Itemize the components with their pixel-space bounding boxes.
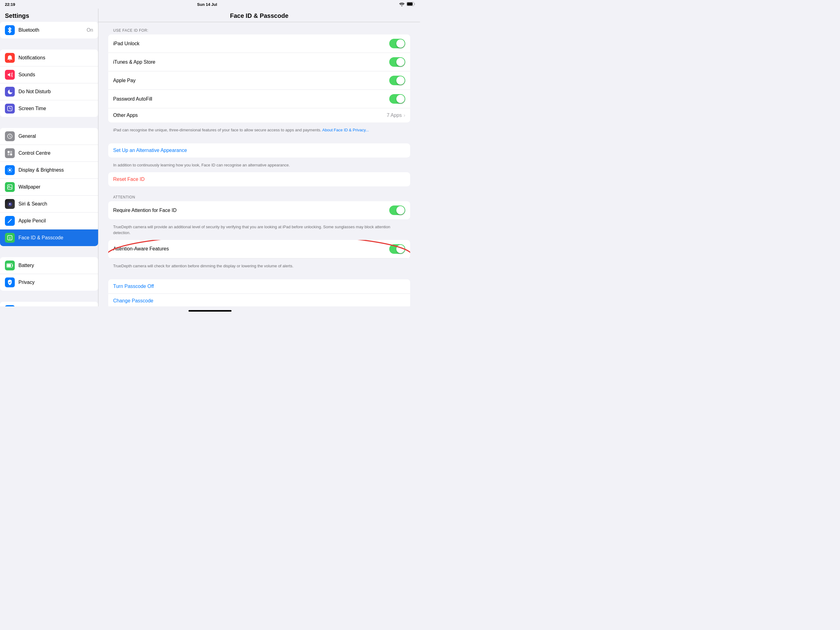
attention-aware-description: TrueDepth camera will check for attentio… bbox=[108, 261, 410, 273]
svg-rect-7 bbox=[10, 154, 12, 156]
dnd-icon bbox=[5, 87, 15, 97]
setup-alternative-description: In addition to continuously learning how… bbox=[108, 160, 410, 172]
reset-face-id-group: Reset Face ID bbox=[108, 172, 410, 187]
right-panel-header: Face ID & Passcode bbox=[98, 9, 420, 22]
battery-sidebar-icon bbox=[5, 261, 15, 271]
svg-rect-9 bbox=[8, 185, 12, 190]
sidebar-item-bluetooth[interactable]: Bluetooth On bbox=[0, 22, 98, 38]
sidebar-item-face-id[interactable]: Face ID & Passcode bbox=[0, 230, 98, 246]
wallpaper-label: Wallpaper bbox=[19, 184, 93, 190]
sidebar-section-battery: Battery Privacy bbox=[0, 257, 98, 291]
ipad-unlock-toggle[interactable] bbox=[389, 39, 405, 48]
sidebar-item-sounds[interactable]: Sounds bbox=[0, 66, 98, 83]
privacy-icon bbox=[5, 277, 15, 287]
sidebar-section-general: General Control Centre bbox=[0, 128, 98, 246]
attention-label: ATTENTION bbox=[108, 195, 410, 201]
sidebar-item-itunes[interactable]: iTunes & App Store bbox=[0, 302, 98, 306]
svg-point-8 bbox=[9, 169, 11, 171]
sidebar-item-battery[interactable]: Battery bbox=[0, 257, 98, 274]
svg-rect-4 bbox=[8, 151, 10, 153]
attention-description: TrueDepth camera will provide an additio… bbox=[108, 222, 410, 240]
bluetooth-label: Bluetooth bbox=[19, 27, 87, 33]
general-icon bbox=[5, 131, 15, 141]
sidebar-title: Settings bbox=[0, 9, 98, 22]
siri-label: Siri & Search bbox=[19, 201, 93, 207]
privacy-label: Privacy bbox=[19, 280, 93, 285]
screentime-label: Screen Time bbox=[19, 106, 93, 111]
siri-icon bbox=[5, 199, 15, 209]
sidebar-item-control-centre[interactable]: Control Centre bbox=[0, 145, 98, 162]
notifications-icon bbox=[5, 53, 15, 63]
sidebar-item-screentime[interactable]: Screen Time bbox=[0, 100, 98, 117]
change-passcode-row[interactable]: Change Passcode bbox=[108, 294, 410, 306]
appstore-icon bbox=[5, 305, 15, 306]
status-icons bbox=[399, 2, 415, 7]
right-panel: Face ID & Passcode USE FACE ID FOR: iPad… bbox=[98, 9, 420, 306]
row-password-autofill: Password AutoFill bbox=[108, 90, 410, 108]
apple-pay-label: Apple Pay bbox=[113, 78, 389, 83]
other-apps-value: 7 Apps bbox=[387, 112, 402, 118]
itunes-appstore-label: iTunes & App Store bbox=[113, 59, 389, 65]
face-id-icon bbox=[5, 233, 15, 243]
face-id-description: iPad can recognise the unique, three-dim… bbox=[108, 125, 410, 137]
row-attention-aware: Attention-Aware Features bbox=[108, 240, 410, 258]
svg-rect-14 bbox=[7, 264, 11, 267]
sidebar-item-privacy[interactable]: Privacy bbox=[0, 274, 98, 291]
other-apps-label: Other Apps bbox=[113, 112, 387, 118]
control-centre-label: Control Centre bbox=[19, 150, 93, 156]
face-id-privacy-link[interactable]: About Face ID & Privacy... bbox=[322, 128, 369, 132]
itunes-appstore-toggle[interactable] bbox=[389, 57, 405, 67]
separator-2 bbox=[0, 119, 98, 128]
separator-4 bbox=[0, 293, 98, 302]
require-attention-label: Require Attention for Face ID bbox=[113, 207, 389, 213]
password-autofill-label: Password AutoFill bbox=[113, 96, 389, 102]
sidebar-item-display[interactable]: Display & Brightness bbox=[0, 162, 98, 179]
alternative-appearance-group: Set Up an Alternative Appearance bbox=[108, 143, 410, 157]
other-apps-chevron: › bbox=[404, 112, 405, 118]
apple-pay-toggle[interactable] bbox=[389, 76, 405, 85]
sidebar-section-notifications: Notifications Sounds Do bbox=[0, 49, 98, 117]
password-autofill-toggle[interactable] bbox=[389, 94, 405, 104]
passcode-group: Turn Passcode Off Change Passcode bbox=[108, 279, 410, 306]
sidebar-item-general[interactable]: General bbox=[0, 128, 98, 145]
attention-aware-group: Attention-Aware Features bbox=[108, 240, 410, 258]
sidebar-section-store: iTunes & App Store Wallet & Apple Pay bbox=[0, 302, 98, 306]
pencil-icon bbox=[5, 216, 15, 226]
bluetooth-icon bbox=[5, 25, 15, 35]
home-bar bbox=[188, 310, 232, 312]
bluetooth-value: On bbox=[87, 27, 93, 33]
face-id-label: Face ID & Passcode bbox=[19, 235, 93, 241]
pencil-label: Apple Pencil bbox=[19, 218, 93, 224]
ipad-unlock-label: iPad Unlock bbox=[113, 41, 389, 46]
sidebar: Settings Bluetooth On bbox=[0, 9, 98, 306]
main-layout: Settings Bluetooth On bbox=[0, 9, 420, 306]
sidebar-item-siri[interactable]: Siri & Search bbox=[0, 196, 98, 212]
right-panel-title: Face ID & Passcode bbox=[230, 12, 288, 19]
reset-face-id-row[interactable]: Reset Face ID bbox=[108, 172, 410, 187]
row-itunes-appstore: iTunes & App Store bbox=[108, 53, 410, 71]
use-face-id-label: USE FACE ID FOR: bbox=[108, 28, 410, 35]
wallpaper-icon bbox=[5, 182, 15, 192]
sidebar-item-dnd[interactable]: Do Not Disturb bbox=[0, 83, 98, 100]
status-bar: 22:19 Sun 14 Jul bbox=[0, 0, 420, 9]
turn-passcode-off-row[interactable]: Turn Passcode Off bbox=[108, 279, 410, 294]
attention-aware-toggle[interactable] bbox=[389, 244, 405, 254]
require-attention-toggle[interactable] bbox=[389, 206, 405, 215]
sidebar-item-wallpaper[interactable]: Wallpaper bbox=[0, 179, 98, 196]
sidebar-item-pencil[interactable]: Apple Pencil bbox=[0, 212, 98, 230]
battery-icon bbox=[406, 2, 415, 7]
sounds-icon bbox=[5, 70, 15, 80]
setup-alternative-row[interactable]: Set Up an Alternative Appearance bbox=[108, 143, 410, 157]
status-date: Sun 14 Jul bbox=[197, 2, 217, 7]
wifi-icon bbox=[399, 2, 405, 7]
display-label: Display & Brightness bbox=[19, 167, 93, 173]
battery-label: Battery bbox=[19, 263, 93, 268]
row-require-attention: Require Attention for Face ID bbox=[108, 201, 410, 219]
sidebar-section-connectivity: Bluetooth On bbox=[0, 22, 98, 38]
svg-rect-5 bbox=[10, 151, 12, 153]
row-other-apps[interactable]: Other Apps 7 Apps › bbox=[108, 108, 410, 122]
dnd-label: Do Not Disturb bbox=[19, 89, 93, 95]
panel-content: USE FACE ID FOR: iPad Unlock iTunes & Ap… bbox=[98, 22, 420, 306]
control-centre-icon bbox=[5, 148, 15, 158]
sidebar-item-notifications[interactable]: Notifications bbox=[0, 49, 98, 66]
